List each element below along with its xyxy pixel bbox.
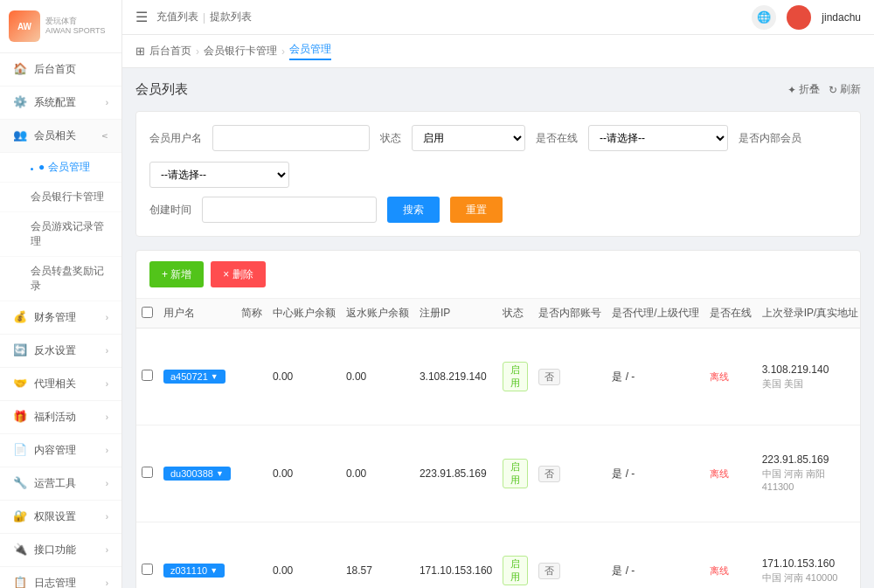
user-name[interactable]: jindachu xyxy=(822,11,861,24)
topbar-tab-withdraw[interactable]: 提款列表 xyxy=(210,10,252,24)
col-cashback: 返水账户余额 xyxy=(341,299,414,329)
row-checkbox[interactable] xyxy=(142,467,153,478)
sidebar-item-agent[interactable]: 🤝代理相关 › xyxy=(0,368,121,401)
chevron-right-icon-4: › xyxy=(106,379,108,389)
delete-button[interactable]: × 删除 xyxy=(211,261,265,287)
bc-home-icon: ⊞ xyxy=(135,45,145,58)
topbar-right: 🌐 jindachu xyxy=(752,5,861,30)
notification-icon[interactable]: 🌐 xyxy=(752,5,776,30)
filter-row-1: 会员用户名 状态 启用 禁用 全部 是否在线 --请选择-- 在线 离线 是否内… xyxy=(149,125,847,188)
reset-button[interactable]: 重置 xyxy=(450,197,503,223)
content-icon: 📄 xyxy=(13,443,27,456)
username-label: 会员用户名 xyxy=(149,131,202,146)
row-center-balance: 0.00 xyxy=(267,522,341,589)
row-status: 启用 xyxy=(497,425,533,522)
ip-main: 171.10.153.160 xyxy=(762,557,859,571)
member-table: 用户名 简称 中心账户余额 返水账户余额 注册IP 状态 是否内部账号 是否代理… xyxy=(136,299,860,588)
internal-badge: 否 xyxy=(538,563,560,579)
sidebar-item-game-record[interactable]: 会员游戏记录管理 xyxy=(0,212,121,257)
row-online: 离线 xyxy=(704,329,757,425)
row-reg-ip: 171.10.153.160 xyxy=(414,522,497,589)
sidebar-item-spin-record[interactable]: 会员转盘奖励记录 xyxy=(0,257,121,301)
ip-info: 3.108.219.140 美国 美国 xyxy=(762,363,859,391)
search-button[interactable]: 搜索 xyxy=(387,197,440,223)
ip-location: 美国 美国 xyxy=(762,377,859,391)
internal-select[interactable]: --请选择-- 是 否 xyxy=(149,162,289,188)
chevron-right-icon-8: › xyxy=(106,512,108,522)
ip-info: 223.91.85.169 中国 河南 南阳 411300 xyxy=(762,453,859,495)
chevron-down-icon: ∨ xyxy=(101,133,110,139)
content-area: 会员列表 ✦ 折叠 ↻ 刷新 会员用户名 状态 启用 禁用 全部 是否在线 --… xyxy=(122,68,874,588)
fold-button[interactable]: ✦ 折叠 xyxy=(787,82,820,97)
menu-toggle-button[interactable]: ☰ xyxy=(135,9,148,25)
row-status: 启用 xyxy=(497,329,533,425)
status-select[interactable]: 启用 禁用 全部 xyxy=(412,125,525,151)
sidebar-item-api[interactable]: 🔌接口功能 › xyxy=(0,534,121,567)
username-input[interactable] xyxy=(212,125,370,151)
username-tag[interactable]: a450721 ▼ xyxy=(163,370,225,384)
member-icon: 👥 xyxy=(13,128,27,142)
row-status: 启用 xyxy=(497,522,533,589)
agent-icon: 🤝 xyxy=(13,377,27,390)
ops-icon: 🔧 xyxy=(13,476,27,489)
main-area: ☰ 充值列表 | 提款列表 🌐 jindachu ⊞ 后台首页 › 会员银行卡管… xyxy=(122,0,874,588)
chevron-right-icon-6: › xyxy=(106,446,108,455)
status-label: 状态 xyxy=(380,131,401,146)
tag-dropdown-icon: ▼ xyxy=(216,469,224,478)
sidebar-item-perms[interactable]: 🔐权限设置 › xyxy=(0,501,121,534)
row-reg-ip: 3.108.219.140 xyxy=(414,329,497,425)
table-header-row: 用户名 简称 中心账户余额 返水账户余额 注册IP 状态 是否内部账号 是否代理… xyxy=(136,299,860,329)
perms-icon: 🔐 xyxy=(13,509,27,522)
row-checkbox-cell xyxy=(136,522,158,589)
sidebar-item-bank-card[interactable]: 会员银行卡管理 xyxy=(0,183,121,212)
bc-current: 会员管理 xyxy=(289,42,331,60)
breadcrumb: ⊞ 后台首页 › 会员银行卡管理 › 会员管理 xyxy=(122,35,874,68)
col-username: 用户名 xyxy=(158,299,236,329)
refresh-button[interactable]: ↻ 刷新 xyxy=(829,82,861,97)
status-badge: 启用 xyxy=(503,362,528,391)
row-online: 离线 xyxy=(704,425,757,522)
sidebar-item-member-mgmt[interactable]: ● 会员管理 xyxy=(0,153,121,183)
add-button[interactable]: + 新增 xyxy=(149,261,204,287)
status-badge: 启用 xyxy=(503,459,528,488)
sidebar-item-finance[interactable]: 💰财务管理 › xyxy=(0,301,121,335)
promo-icon: 🎁 xyxy=(13,410,27,423)
internal-badge: 否 xyxy=(538,369,560,385)
finance-icon: 💰 xyxy=(13,310,27,323)
sidebar-item-logs[interactable]: 📋日志管理 › xyxy=(0,567,121,588)
sidebar-item-system[interactable]: ⚙️系统配置 › xyxy=(0,86,121,120)
topbar-left: ☰ 充值列表 | 提款列表 xyxy=(135,9,252,25)
sidebar-item-member[interactable]: 👥会员相关 ∨ xyxy=(0,120,121,153)
topbar-tabs: 充值列表 | 提款列表 xyxy=(156,10,252,24)
bc-bank-card[interactable]: 会员银行卡管理 xyxy=(204,44,277,59)
row-last-login: 3.108.219.140 美国 美国 xyxy=(757,329,860,425)
select-all-header xyxy=(136,299,158,329)
online-select[interactable]: --请选择-- 在线 离线 xyxy=(588,125,728,151)
sidebar-item-cashback[interactable]: 🔄反水设置 › xyxy=(0,335,121,368)
row-username: z031110 ▼ xyxy=(158,522,236,589)
online-badge: 离线 xyxy=(710,565,729,576)
date-input[interactable] xyxy=(202,197,377,223)
sidebar: AW 爱玩体育 AIWAN SPORTS 🏠后台首页 ⚙️系统配置 › 👥会员相… xyxy=(0,0,122,588)
date-label: 创建时间 xyxy=(149,203,191,218)
bc-sep-2: › xyxy=(281,45,285,58)
username-tag[interactable]: du300388 ▼ xyxy=(163,467,231,481)
sidebar-item-promo[interactable]: 🎁福利活动 › xyxy=(0,401,121,434)
topbar-tab-recharge[interactable]: 充值列表 xyxy=(156,10,198,24)
sidebar-item-content[interactable]: 📄内容管理 › xyxy=(0,434,121,467)
col-nickname: 简称 xyxy=(236,299,267,329)
row-checkbox[interactable] xyxy=(142,564,153,575)
username-tag[interactable]: z031110 ▼ xyxy=(163,564,225,578)
tag-dropdown-icon: ▼ xyxy=(210,566,218,575)
row-username: a450721 ▼ xyxy=(158,329,236,425)
sidebar-item-ops[interactable]: 🔧运营工具 › xyxy=(0,467,121,501)
row-nickname xyxy=(236,329,267,425)
online-badge: 离线 xyxy=(710,371,729,382)
row-agent: 是 / - xyxy=(607,522,704,589)
bc-home[interactable]: 后台首页 xyxy=(149,44,191,59)
sidebar-item-home[interactable]: 🏠后台首页 xyxy=(0,53,121,86)
row-nickname xyxy=(236,522,267,589)
row-checkbox[interactable] xyxy=(142,370,153,381)
member-submenu: ● 会员管理 会员银行卡管理 会员游戏记录管理 会员转盘奖励记录 xyxy=(0,153,121,301)
select-all-checkbox[interactable] xyxy=(142,307,153,318)
